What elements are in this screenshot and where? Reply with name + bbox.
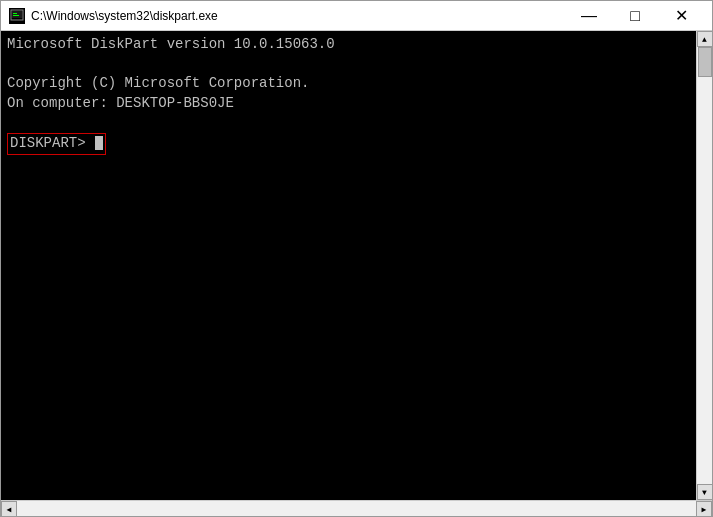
scroll-right-button[interactable]: ▶ — [696, 501, 712, 517]
terminal-line-blank1 — [7, 55, 690, 75]
scroll-track-h[interactable] — [17, 501, 696, 516]
window-title: C:\Windows\system32\diskpart.exe — [31, 9, 566, 23]
svg-rect-2 — [13, 13, 17, 14]
prompt-line: DISKPART> — [7, 133, 690, 155]
scroll-down-button[interactable]: ▼ — [697, 484, 713, 500]
title-controls: — □ ✕ — [566, 1, 704, 31]
terminal-line-2: Copyright (C) Microsoft Corporation. — [7, 74, 690, 94]
window: C:\Windows\system32\diskpart.exe — □ ✕ M… — [0, 0, 713, 517]
scroll-thumb[interactable] — [698, 47, 712, 77]
horizontal-scrollbar[interactable]: ◀ ▶ — [1, 500, 712, 516]
cursor — [95, 136, 103, 150]
terminal[interactable]: Microsoft DiskPart version 10.0.15063.0 … — [1, 31, 696, 500]
prompt-box: DISKPART> — [7, 133, 106, 155]
app-icon — [9, 8, 25, 24]
maximize-button[interactable]: □ — [612, 1, 658, 31]
terminal-line-blank2 — [7, 113, 690, 133]
scroll-track[interactable] — [697, 47, 712, 484]
title-bar: C:\Windows\system32\diskpart.exe — □ ✕ — [1, 1, 712, 31]
svg-rect-1 — [12, 11, 22, 18]
vertical-scrollbar[interactable]: ▲ ▼ — [696, 31, 712, 500]
svg-rect-3 — [13, 15, 19, 16]
scroll-left-button[interactable]: ◀ — [1, 501, 17, 517]
terminal-line-1: Microsoft DiskPart version 10.0.15063.0 — [7, 35, 690, 55]
content-area: Microsoft DiskPart version 10.0.15063.0 … — [1, 31, 712, 500]
prompt-text: DISKPART> — [10, 135, 94, 151]
scroll-up-button[interactable]: ▲ — [697, 31, 713, 47]
close-button[interactable]: ✕ — [658, 1, 704, 31]
terminal-line-3: On computer: DESKTOP-BBS0JE — [7, 94, 690, 114]
minimize-button[interactable]: — — [566, 1, 612, 31]
